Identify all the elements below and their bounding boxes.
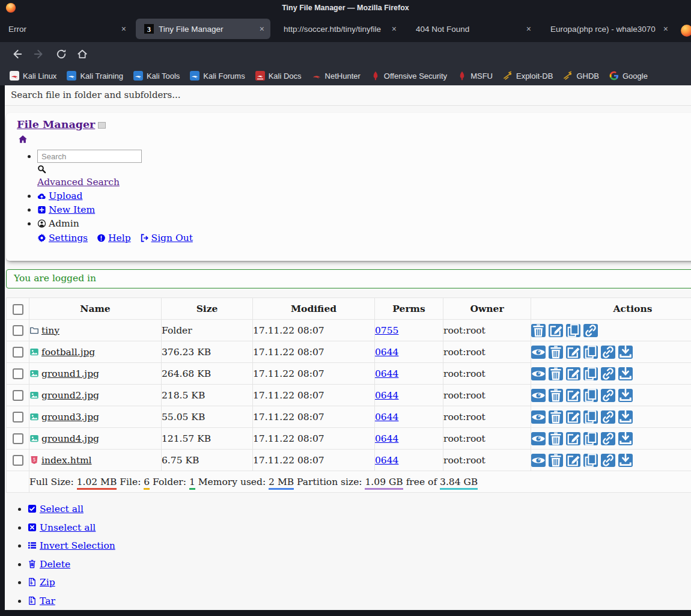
file-name-link[interactable]: tiny	[41, 325, 59, 336]
copy-action-button[interactable]	[583, 346, 598, 359]
download-action-button[interactable]	[618, 454, 633, 467]
search-icon[interactable]	[37, 165, 46, 174]
bookmark-ghdb[interactable]: GHDB	[563, 71, 599, 81]
copy-action-button[interactable]	[583, 367, 598, 380]
column-header-size[interactable]: Size	[162, 298, 253, 320]
edit-action-button[interactable]	[566, 454, 580, 467]
edit-action-button[interactable]	[566, 410, 580, 424]
copy-action-button[interactable]	[583, 454, 598, 467]
file-name-link[interactable]: ground4.jpg	[41, 433, 99, 444]
new-item-link[interactable]: New Item	[49, 204, 95, 215]
upload-link[interactable]: Upload	[49, 191, 82, 201]
back-button[interactable]	[11, 48, 23, 60]
trash-action-button[interactable]	[549, 389, 563, 402]
download-action-button[interactable]	[618, 389, 633, 402]
tab-close-icon[interactable]: ×	[663, 24, 668, 34]
trash-action-button[interactable]	[531, 324, 546, 337]
trash-action-button[interactable]	[549, 367, 563, 380]
column-header-perms[interactable]: Perms	[375, 298, 443, 320]
link-action-button[interactable]	[601, 432, 615, 445]
file-name-link[interactable]: ground2.jpg	[41, 390, 99, 401]
trash-action-button[interactable]	[549, 454, 563, 467]
eye-action-button[interactable]	[531, 389, 546, 402]
bookmark-offensive-security[interactable]: Offensive Security	[371, 71, 447, 81]
file-name-link[interactable]: football.jpg	[41, 347, 95, 358]
advanced-search-link[interactable]: Advanced Search	[37, 177, 120, 188]
search-input[interactable]	[37, 150, 142, 163]
sign-out-link[interactable]: Sign Out	[151, 233, 193, 243]
bookmark-nethunter[interactable]: NetHunter	[312, 71, 361, 81]
download-action-button[interactable]	[618, 346, 633, 359]
browser-tab[interactable]: Europa(php rce) - whale3070×	[542, 19, 674, 39]
eye-action-button[interactable]	[531, 432, 546, 445]
row-checkbox[interactable]	[13, 368, 23, 379]
eye-action-button[interactable]	[531, 367, 546, 380]
eye-action-button[interactable]	[531, 346, 546, 359]
tab-close-icon[interactable]: ×	[121, 24, 126, 34]
link-action-button[interactable]	[601, 367, 615, 380]
bookmark-kali-docs[interactable]: Kali Docs	[255, 71, 302, 81]
perms-link[interactable]: 0644	[375, 433, 398, 444]
tab-close-icon[interactable]: ×	[392, 24, 397, 34]
row-checkbox[interactable]	[13, 433, 23, 444]
perms-link[interactable]: 0644	[375, 412, 398, 422]
perms-link[interactable]: 0644	[375, 390, 398, 401]
home-folder-icon[interactable]	[18, 135, 28, 144]
edit-action-button[interactable]	[566, 389, 580, 402]
perms-link[interactable]: 0644	[375, 347, 398, 358]
bookmark-msfu[interactable]: MSFU	[457, 71, 493, 81]
copy-action-button[interactable]	[583, 432, 598, 445]
column-header-actions[interactable]: Actions	[531, 298, 691, 320]
row-checkbox[interactable]	[13, 412, 23, 422]
bulk-tar-link[interactable]: Tar	[40, 596, 55, 606]
tab-close-icon[interactable]: ×	[526, 24, 531, 34]
reload-button[interactable]	[55, 48, 67, 60]
bulk-delete-link[interactable]: Delete	[40, 559, 70, 570]
bookmark-kali-training[interactable]: Kali Training	[67, 71, 123, 81]
link-action-button[interactable]	[601, 454, 615, 467]
eye-action-button[interactable]	[531, 454, 546, 467]
bulk-invert-selection-link[interactable]: Invert Selection	[40, 540, 115, 551]
upload-menu-item[interactable]: Upload	[37, 191, 686, 201]
download-action-button[interactable]	[618, 432, 633, 445]
row-checkbox[interactable]	[13, 347, 23, 358]
row-checkbox[interactable]	[13, 390, 23, 401]
bookmark-google[interactable]: Google	[609, 71, 648, 81]
bookmark-exploit-db[interactable]: Exploit-DB	[503, 71, 553, 81]
file-name-link[interactable]: index.html	[41, 455, 92, 466]
bookmark-kali-tools[interactable]: Kali Tools	[133, 71, 180, 81]
browser-tab[interactable]: 3Tiny File Manager×	[136, 19, 270, 39]
bulk-unselect-all-link[interactable]: Unselect all	[40, 522, 96, 533]
copy-action-button[interactable]	[583, 410, 598, 424]
file-manager-title-link[interactable]: File Manager	[17, 118, 95, 130]
file-name-link[interactable]: ground1.jpg	[41, 368, 99, 379]
link-action-button[interactable]	[583, 324, 598, 337]
trash-action-button[interactable]	[549, 410, 563, 424]
row-checkbox[interactable]	[13, 325, 23, 336]
new-item-menu-item[interactable]: New Item	[37, 204, 686, 215]
edit-action-button[interactable]	[566, 367, 580, 380]
link-action-button[interactable]	[601, 346, 615, 359]
copy-action-button[interactable]	[566, 324, 580, 337]
edit-action-button[interactable]	[566, 346, 580, 359]
trash-action-button[interactable]	[549, 432, 563, 445]
download-action-button[interactable]	[618, 367, 633, 380]
file-name-link[interactable]: ground3.jpg	[41, 412, 99, 422]
edit-action-button[interactable]	[549, 324, 563, 337]
perms-link[interactable]: 0644	[375, 368, 398, 379]
browser-tab[interactable]: Error×	[0, 19, 132, 39]
trash-action-button[interactable]	[549, 346, 563, 359]
column-header-owner[interactable]: Owner	[443, 298, 531, 320]
forward-button[interactable]	[33, 48, 45, 60]
tab-close-icon[interactable]: ×	[260, 24, 264, 34]
copy-action-button[interactable]	[583, 389, 598, 402]
edit-action-button[interactable]	[566, 432, 580, 445]
row-checkbox[interactable]	[13, 455, 23, 466]
link-action-button[interactable]	[601, 389, 615, 402]
perms-link[interactable]: 0644	[375, 455, 398, 466]
download-action-button[interactable]	[618, 410, 633, 424]
column-header-modified[interactable]: Modified	[253, 298, 375, 320]
browser-tab[interactable]: http://soccer.htb/tiny/tinyfile×	[275, 19, 403, 39]
perms-link[interactable]: 0755	[375, 325, 398, 336]
browser-tab[interactable]: 404 Not Found×	[407, 19, 537, 39]
